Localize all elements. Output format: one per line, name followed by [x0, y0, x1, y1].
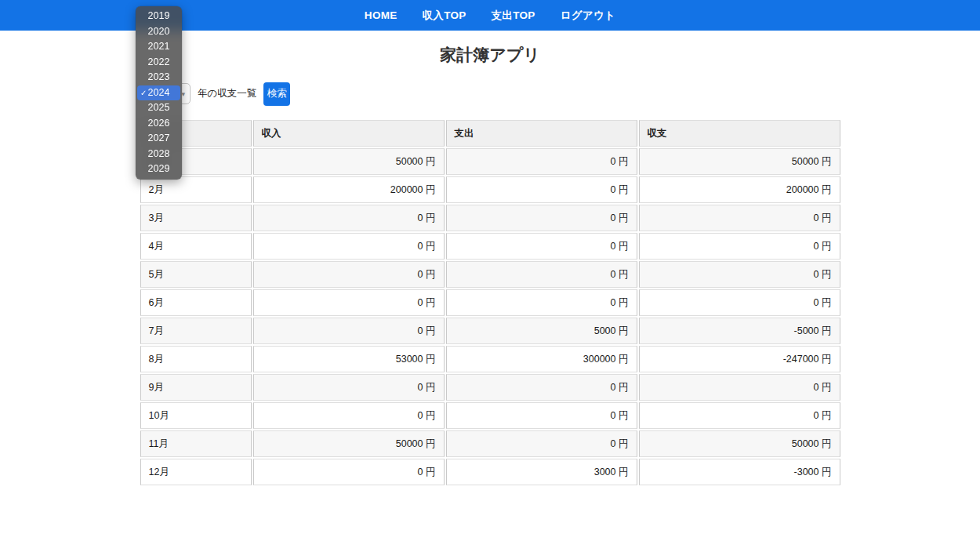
year-option-label: 2019	[148, 10, 170, 21]
search-button[interactable]: 検索	[263, 82, 290, 106]
expense-cell: 0 円	[446, 176, 637, 203]
income-cell: 0 円	[253, 402, 445, 429]
month-cell: 2月	[140, 176, 252, 203]
balance-cell: 0 円	[639, 261, 840, 288]
year-option[interactable]: ✓ 2022	[137, 55, 180, 71]
balance-table: 収入 支出 収支 1月 50000 円 0 円 50000 円 2月 20000…	[139, 118, 842, 487]
select-caret-icon: ▾	[181, 90, 185, 98]
header-expense: 支出	[446, 120, 637, 147]
year-option[interactable]: ✓ 2024	[137, 85, 180, 101]
balance-cell: 0 円	[639, 205, 840, 231]
checkmark-icon: ✓	[140, 85, 147, 101]
month-cell: 4月	[140, 233, 252, 260]
table-row: 5月 0 円 0 円 0 円	[140, 261, 840, 288]
year-option[interactable]: ✓ 2021	[137, 39, 180, 55]
expense-cell: 0 円	[446, 402, 637, 429]
income-cell: 50000 円	[253, 430, 445, 457]
table-row: 1月 50000 円 0 円 50000 円	[140, 148, 840, 175]
income-cell: 0 円	[253, 205, 445, 231]
header-income: 収入	[253, 120, 445, 147]
income-cell: 0 円	[253, 233, 445, 260]
expense-cell: 5000 円	[446, 318, 637, 344]
table-row: 11月 50000 円 0 円 50000 円	[140, 430, 840, 457]
year-option-label: 2023	[148, 71, 170, 82]
month-cell: 10月	[140, 402, 252, 429]
year-option-label: 2025	[148, 102, 170, 113]
expense-cell: 0 円	[446, 148, 637, 175]
balance-cell: 50000 円	[639, 148, 840, 175]
nav-link[interactable]: 支出TOP	[492, 9, 535, 23]
month-cell: 12月	[140, 459, 252, 485]
balance-cell: 0 円	[639, 233, 840, 260]
income-cell: 200000 円	[253, 176, 445, 203]
year-option-label: 2020	[148, 26, 170, 37]
year-option[interactable]: ✓ 2027	[137, 131, 180, 147]
balance-cell: -3000 円	[639, 459, 840, 485]
expense-cell: 0 円	[446, 205, 637, 231]
nav-link[interactable]: 収入TOP	[423, 9, 466, 23]
balance-cell: 50000 円	[639, 430, 840, 457]
year-option-label: 2027	[148, 133, 170, 143]
month-cell: 5月	[140, 261, 252, 288]
income-cell: 0 円	[253, 459, 445, 485]
year-option-label: 2021	[148, 41, 170, 52]
expense-cell: 3000 円	[446, 459, 637, 485]
year-option[interactable]: ✓ 2023	[137, 70, 180, 85]
year-option-label: 2026	[148, 118, 170, 129]
expense-cell: 300000 円	[446, 346, 637, 372]
year-option-label: 2024	[148, 87, 170, 98]
month-cell: 6月	[140, 289, 252, 316]
month-cell: 7月	[140, 318, 252, 344]
header-balance: 収支	[639, 120, 840, 147]
income-cell: 53000 円	[253, 346, 445, 372]
table-row: 4月 0 円 0 円 0 円	[140, 233, 840, 260]
year-search-controls: ▾ 年の収支一覧 検索	[136, 82, 980, 105]
month-cell: 3月	[140, 205, 252, 231]
expense-cell: 0 円	[446, 261, 637, 288]
income-cell: 0 円	[253, 261, 445, 288]
nav-link[interactable]: ログアウト	[561, 9, 616, 23]
year-option[interactable]: ✓ 2026	[137, 116, 180, 132]
expense-cell: 0 円	[446, 374, 637, 401]
table-row: 3月 0 円 0 円 0 円	[140, 205, 840, 231]
year-option-label: 2029	[148, 163, 170, 174]
table-row: 10月 0 円 0 円 0 円	[140, 402, 840, 429]
month-cell: 8月	[140, 346, 252, 372]
balance-cell: 200000 円	[639, 176, 840, 203]
expense-cell: 0 円	[446, 233, 637, 260]
balance-cell: 0 円	[639, 374, 840, 401]
nav-link[interactable]: HOME	[365, 9, 397, 21]
year-option[interactable]: ✓ 2025	[137, 100, 180, 116]
month-cell: 11月	[140, 430, 252, 457]
table-header-row: 収入 支出 収支	[140, 120, 840, 147]
balance-cell: -5000 円	[639, 318, 840, 344]
income-cell: 50000 円	[253, 148, 445, 175]
balance-cell: 0 円	[639, 289, 840, 316]
balance-cell: 0 円	[639, 402, 840, 429]
balance-cell: -247000 円	[639, 346, 840, 372]
table-row: 12月 0 円 3000 円 -3000 円	[140, 459, 840, 485]
income-cell: 0 円	[253, 289, 445, 316]
table-row: 2月 200000 円 0 円 200000 円	[140, 176, 840, 203]
year-dropdown: ✓ 2019 ✓ 2020 ✓ 2021 ✓ 2022 ✓ 2023 ✓ 202…	[136, 6, 182, 180]
income-cell: 0 円	[253, 374, 445, 401]
month-cell: 9月	[140, 374, 252, 401]
expense-cell: 0 円	[446, 289, 637, 316]
table-row: 6月 0 円 0 円 0 円	[140, 289, 840, 316]
year-option[interactable]: ✓ 2019	[137, 9, 180, 24]
table-row: 7月 0 円 5000 円 -5000 円	[140, 318, 840, 344]
year-option[interactable]: ✓ 2020	[137, 24, 180, 40]
year-option-label: 2028	[148, 148, 170, 159]
table-row: 8月 53000 円 300000 円 -247000 円	[140, 346, 840, 372]
expense-cell: 0 円	[446, 430, 637, 457]
table-row: 9月 0 円 0 円 0 円	[140, 374, 840, 401]
year-option[interactable]: ✓ 2028	[137, 147, 180, 162]
income-cell: 0 円	[253, 318, 445, 344]
year-list-label: 年の収支一覧	[198, 87, 256, 100]
year-option-label: 2022	[148, 56, 170, 67]
year-option[interactable]: ✓ 2029	[137, 162, 180, 177]
